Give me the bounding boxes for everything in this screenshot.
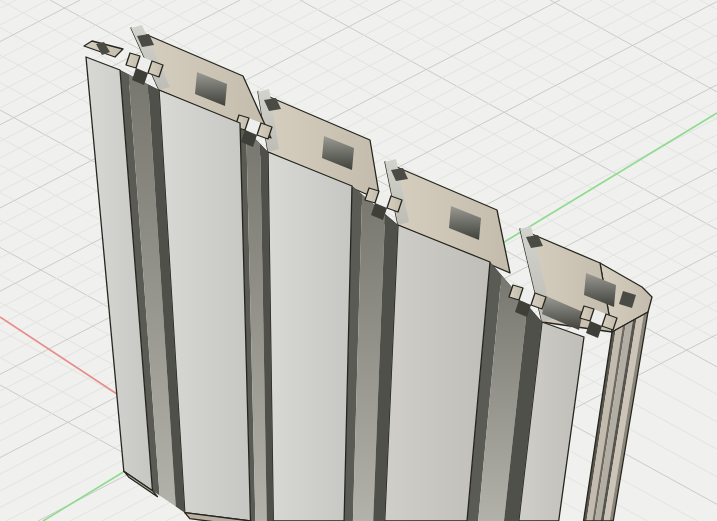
cad-viewport[interactable]	[0, 0, 717, 521]
scene-svg	[0, 0, 717, 521]
fin-front-face[interactable]	[268, 152, 352, 521]
